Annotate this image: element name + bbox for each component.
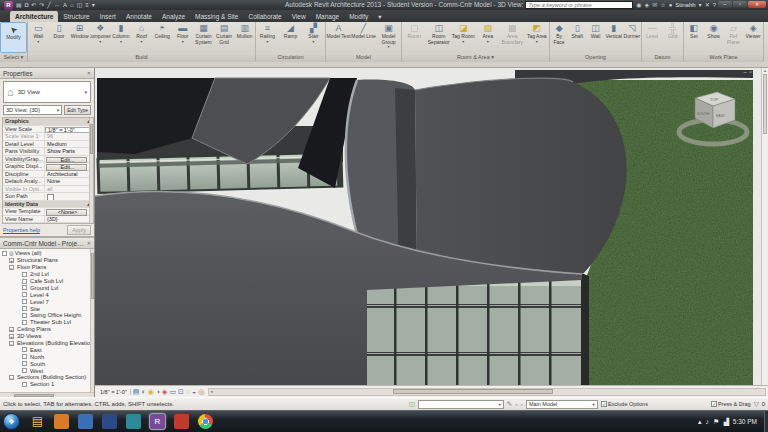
- action-center-flag-icon[interactable]: ⚑: [713, 418, 719, 426]
- minimize-button[interactable]: –: [718, 1, 732, 8]
- default-3d-view-icon[interactable]: ⌂: [70, 1, 74, 10]
- network-icon[interactable]: ▟: [723, 418, 728, 426]
- property-row[interactable]: Detail Level Medium: [3, 141, 93, 149]
- browser-horizontal-scrollbar[interactable]: [0, 392, 94, 397]
- viewer-button[interactable]: ◈ Viewer: [743, 22, 763, 53]
- scale-button[interactable]: 1/8" = 1'-0": [97, 389, 131, 395]
- tab-insert[interactable]: Insert: [95, 11, 121, 22]
- property-row[interactable]: Scale Value 1: 96: [3, 133, 93, 141]
- floor-button[interactable]: ▬ Floor ▾: [172, 22, 193, 53]
- viewcube-right-face[interactable]: EAST: [716, 114, 726, 118]
- browser-level-4[interactable]: Level 4: [0, 291, 94, 298]
- search-button[interactable]: ◉: [636, 1, 641, 9]
- browser-north[interactable]: North: [0, 353, 94, 360]
- design-option-dropdown[interactable]: Main Model▾: [526, 400, 598, 409]
- property-row[interactable]: Discipline Architectural: [3, 171, 93, 179]
- orange-app-icon[interactable]: [54, 414, 69, 429]
- browser-floor-plans[interactable]: − Floor Plans: [0, 264, 94, 271]
- tree-expander[interactable]: [22, 279, 27, 284]
- apply-button[interactable]: Apply: [67, 225, 91, 235]
- wall-button[interactable]: ▭ Wall ▾: [28, 22, 49, 53]
- properties-close-icon[interactable]: ✕: [87, 70, 91, 76]
- view-minimize-icon[interactable]: ‒: [743, 69, 746, 75]
- active-workset-dropdown[interactable]: ▾: [418, 400, 504, 409]
- view-close-icon[interactable]: ✕: [754, 69, 759, 75]
- room-separator-button[interactable]: ◫ Room Separator: [427, 22, 452, 53]
- tree-expander[interactable]: +: [9, 258, 14, 263]
- tab-manage[interactable]: Manage: [311, 11, 345, 22]
- properties-scrollbar[interactable]: [89, 118, 93, 223]
- browser-2nd-lvl[interactable]: 2nd Lvl: [0, 271, 94, 278]
- show-work-plane-button[interactable]: ◉ Show: [704, 22, 724, 53]
- stair-button[interactable]: ▞ Stair ▾: [302, 22, 325, 53]
- component-button[interactable]: ❖ Component ▾: [90, 22, 111, 53]
- element-selector-dropdown[interactable]: 3D View: {3D} ▾: [3, 105, 62, 115]
- property-row[interactable]: Default Analy... None: [3, 178, 93, 186]
- tree-expander[interactable]: [22, 313, 27, 318]
- chrome-icon[interactable]: [198, 414, 213, 429]
- model-text-button[interactable]: A Model Text: [326, 22, 351, 53]
- properties-help-link[interactable]: Properties help: [3, 227, 40, 233]
- red-app-icon[interactable]: [174, 414, 189, 429]
- blue-app-icon[interactable]: [78, 414, 93, 429]
- communication-center-icon[interactable]: ✉: [652, 1, 657, 9]
- exchange-apps-icon[interactable]: ✕: [705, 1, 710, 9]
- tree-expander[interactable]: [22, 382, 27, 387]
- property-row[interactable]: Graphics ▴: [3, 118, 93, 126]
- visual-style-icon[interactable]: ◐: [141, 387, 145, 397]
- shaft-button[interactable]: ▯ Shaft: [568, 22, 586, 53]
- start-button[interactable]: ❖: [3, 413, 20, 430]
- browser-structural-plans[interactable]: + Structural Plans: [0, 257, 94, 264]
- modify-button[interactable]: ➤ Modify: [0, 22, 27, 53]
- viewcube-left-face[interactable]: SOUTH: [697, 112, 710, 116]
- tab-analyze[interactable]: Analyze: [157, 11, 190, 22]
- help-icon[interactable]: ?: [713, 1, 716, 9]
- 3d-scene[interactable]: TOP SOUTH EAST: [95, 68, 761, 385]
- subscription-center-icon[interactable]: ◈: [645, 1, 650, 9]
- tab-view[interactable]: View: [287, 11, 311, 22]
- ribbon-state-toggle[interactable]: ▾: [373, 11, 386, 22]
- model-group-button[interactable]: ▣ Model Group ▾: [376, 22, 401, 53]
- customize-qat-icon[interactable]: ▾: [92, 1, 95, 10]
- curtain-grid-button[interactable]: ▤ Curtain Grid: [214, 22, 235, 53]
- aligned-dimension-icon[interactable]: ↔: [54, 1, 60, 10]
- save-icon[interactable]: ◘: [25, 1, 29, 10]
- viewcube-top-face[interactable]: TOP: [710, 97, 718, 102]
- search-input[interactable]: [525, 1, 633, 9]
- vertical-opening-button[interactable]: ▮ Vertical: [605, 22, 623, 53]
- browser-sections[interactable]: − Sections (Building Section): [0, 374, 94, 381]
- text-icon[interactable]: A: [63, 1, 67, 10]
- property-row[interactable]: Visible In Opti... all: [3, 186, 93, 194]
- tag-area-button[interactable]: ◩ Tag Area ▾: [525, 22, 550, 53]
- grid-button[interactable]: ╬ Grid: [663, 22, 684, 53]
- maximize-button[interactable]: ▫: [733, 1, 747, 8]
- tab-modify[interactable]: Modify: [344, 11, 373, 22]
- browser-west[interactable]: West: [0, 367, 94, 374]
- panel-label-select[interactable]: Select ▾: [0, 53, 27, 62]
- editable-only-icon[interactable]: ✎: [507, 400, 512, 408]
- properties-title-bar[interactable]: Properties ✕: [0, 68, 94, 79]
- window-button[interactable]: ⊞ Window: [69, 22, 90, 53]
- tab-annotate[interactable]: Annotate: [121, 11, 157, 22]
- tree-expander[interactable]: +: [9, 334, 14, 339]
- area-boundary-button[interactable]: ▩ Area Boundary: [500, 22, 525, 53]
- tab-collaborate[interactable]: Collaborate: [243, 11, 286, 22]
- close-button[interactable]: ✕: [748, 1, 766, 8]
- tab-architecture[interactable]: Architecture: [10, 11, 58, 22]
- property-row[interactable]: Sun Path: [3, 193, 93, 201]
- room-button[interactable]: ▢ Room: [402, 22, 427, 53]
- temporary-hide-isolate-icon[interactable]: ◒: [192, 387, 196, 397]
- section-icon[interactable]: ◫: [77, 1, 83, 10]
- tree-expander[interactable]: [22, 320, 27, 325]
- lower-curtain-wall[interactable]: [363, 273, 589, 385]
- wall-opening-button[interactable]: ◫ Wall: [586, 22, 604, 53]
- detail-level-icon[interactable]: ▤: [133, 387, 140, 397]
- tree-expander[interactable]: [2, 251, 7, 256]
- show-desktop-button[interactable]: [764, 411, 768, 432]
- tree-expander[interactable]: [22, 347, 27, 352]
- tree-expander[interactable]: −: [9, 265, 14, 270]
- edit-type-button[interactable]: Edit Type: [64, 105, 91, 115]
- roof-button[interactable]: ⌂ Roof ▾: [131, 22, 152, 53]
- project-browser-title-bar[interactable]: Comm-Cntr Model - Project Browser ✕: [0, 238, 94, 249]
- show-hidden-icons[interactable]: ▴: [698, 418, 702, 426]
